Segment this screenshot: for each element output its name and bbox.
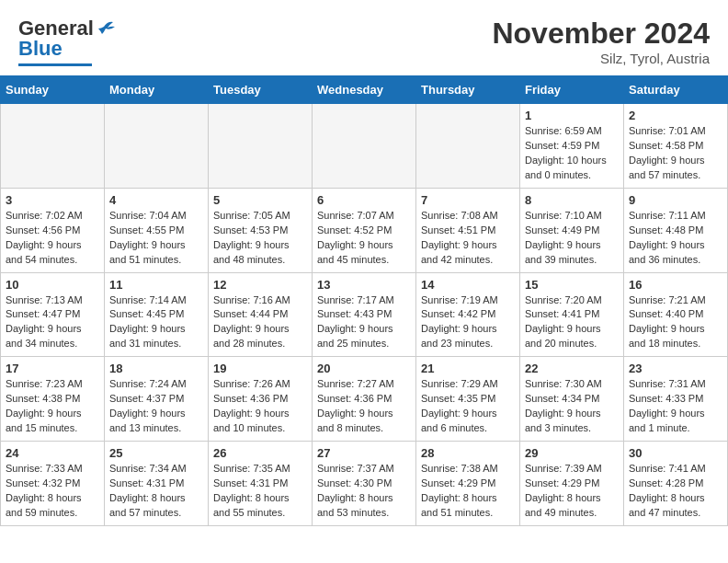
day-info: Sunrise: 7:31 AM Sunset: 4:33 PM Dayligh… [629, 377, 722, 436]
day-cell: 30Sunrise: 7:41 AM Sunset: 4:28 PM Dayli… [624, 442, 728, 526]
day-number: 21 [421, 362, 515, 375]
weekday-header-friday: Friday [520, 76, 624, 104]
day-info: Sunrise: 7:14 AM Sunset: 4:45 PM Dayligh… [109, 293, 203, 352]
day-info: Sunrise: 7:39 AM Sunset: 4:29 PM Dayligh… [525, 462, 619, 521]
day-cell: 9Sunrise: 7:11 AM Sunset: 4:48 PM Daylig… [624, 188, 728, 272]
day-number: 9 [629, 193, 722, 207]
day-number: 13 [317, 278, 411, 292]
day-number: 26 [213, 446, 307, 460]
day-info: Sunrise: 7:10 AM Sunset: 4:49 PM Dayligh… [525, 209, 619, 268]
day-info: Sunrise: 7:37 AM Sunset: 4:30 PM Dayligh… [317, 462, 411, 521]
day-number: 7 [421, 193, 515, 207]
day-number: 16 [629, 278, 722, 292]
logo: General Blue [18, 17, 115, 66]
day-info: Sunrise: 7:13 AM Sunset: 4:47 PM Dayligh… [6, 293, 99, 352]
day-number: 4 [109, 193, 203, 207]
day-info: Sunrise: 7:07 AM Sunset: 4:52 PM Dayligh… [317, 209, 411, 268]
weekday-header-tuesday: Tuesday [209, 76, 313, 104]
day-info: Sunrise: 7:02 AM Sunset: 4:56 PM Dayligh… [6, 209, 99, 268]
day-number: 19 [213, 362, 307, 375]
day-cell: 27Sunrise: 7:37 AM Sunset: 4:30 PM Dayli… [313, 442, 416, 526]
day-cell: 22Sunrise: 7:30 AM Sunset: 4:34 PM Dayli… [520, 357, 624, 442]
weekday-header-thursday: Thursday [416, 76, 520, 104]
weekday-header-saturday: Saturday [624, 76, 728, 104]
day-cell [105, 104, 209, 189]
day-info: Sunrise: 7:38 AM Sunset: 4:29 PM Dayligh… [421, 462, 515, 521]
day-number: 15 [525, 278, 619, 292]
day-cell: 1Sunrise: 6:59 AM Sunset: 4:59 PM Daylig… [520, 104, 624, 189]
day-number: 18 [109, 362, 203, 375]
day-number: 2 [629, 109, 722, 122]
day-info: Sunrise: 7:08 AM Sunset: 4:51 PM Dayligh… [421, 209, 515, 268]
day-cell: 4Sunrise: 7:04 AM Sunset: 4:55 PM Daylig… [105, 188, 209, 272]
day-cell: 20Sunrise: 7:27 AM Sunset: 4:36 PM Dayli… [313, 357, 416, 442]
day-number: 10 [6, 278, 99, 292]
day-cell: 19Sunrise: 7:26 AM Sunset: 4:36 PM Dayli… [209, 357, 313, 442]
day-info: Sunrise: 7:27 AM Sunset: 4:36 PM Dayligh… [317, 377, 411, 436]
day-number: 20 [317, 362, 411, 375]
day-number: 23 [629, 362, 722, 375]
day-info: Sunrise: 6:59 AM Sunset: 4:59 PM Dayligh… [525, 124, 619, 183]
day-cell: 5Sunrise: 7:05 AM Sunset: 4:53 PM Daylig… [209, 188, 313, 272]
day-cell: 10Sunrise: 7:13 AM Sunset: 4:47 PM Dayli… [1, 272, 105, 357]
day-cell: 25Sunrise: 7:34 AM Sunset: 4:31 PM Dayli… [105, 442, 209, 526]
day-cell: 11Sunrise: 7:14 AM Sunset: 4:45 PM Dayli… [105, 272, 209, 357]
day-info: Sunrise: 7:04 AM Sunset: 4:55 PM Dayligh… [109, 209, 203, 268]
weekday-header-row: SundayMondayTuesdayWednesdayThursdayFrid… [1, 76, 728, 104]
weekday-header-wednesday: Wednesday [313, 76, 416, 104]
day-info: Sunrise: 7:20 AM Sunset: 4:41 PM Dayligh… [525, 293, 619, 352]
week-row-4: 17Sunrise: 7:23 AM Sunset: 4:38 PM Dayli… [1, 357, 728, 442]
day-cell: 16Sunrise: 7:21 AM Sunset: 4:40 PM Dayli… [624, 272, 728, 357]
day-info: Sunrise: 7:41 AM Sunset: 4:28 PM Dayligh… [629, 462, 722, 521]
day-cell: 28Sunrise: 7:38 AM Sunset: 4:29 PM Dayli… [416, 442, 520, 526]
day-cell: 21Sunrise: 7:29 AM Sunset: 4:35 PM Dayli… [416, 357, 520, 442]
day-cell [1, 104, 105, 189]
day-info: Sunrise: 7:11 AM Sunset: 4:48 PM Dayligh… [629, 209, 722, 268]
day-info: Sunrise: 7:16 AM Sunset: 4:44 PM Dayligh… [213, 293, 307, 352]
day-cell: 17Sunrise: 7:23 AM Sunset: 4:38 PM Dayli… [1, 357, 105, 442]
day-info: Sunrise: 7:19 AM Sunset: 4:42 PM Dayligh… [421, 293, 515, 352]
day-number: 17 [6, 362, 99, 375]
day-number: 12 [213, 278, 307, 292]
day-info: Sunrise: 7:17 AM Sunset: 4:43 PM Dayligh… [317, 293, 411, 352]
day-cell: 7Sunrise: 7:08 AM Sunset: 4:51 PM Daylig… [416, 188, 520, 272]
day-number: 25 [109, 446, 203, 460]
title-block: November 2024 Silz, Tyrol, Austria [492, 17, 710, 66]
day-info: Sunrise: 7:33 AM Sunset: 4:32 PM Dayligh… [6, 462, 99, 521]
header: General Blue November 2024 Silz, Tyrol, … [0, 0, 728, 75]
day-info: Sunrise: 7:34 AM Sunset: 4:31 PM Dayligh… [109, 462, 203, 521]
day-cell: 13Sunrise: 7:17 AM Sunset: 4:43 PM Dayli… [313, 272, 416, 357]
day-number: 24 [6, 446, 99, 460]
weekday-header-sunday: Sunday [1, 76, 105, 104]
day-cell: 6Sunrise: 7:07 AM Sunset: 4:52 PM Daylig… [313, 188, 416, 272]
day-info: Sunrise: 7:01 AM Sunset: 4:58 PM Dayligh… [629, 124, 722, 183]
day-number: 14 [421, 278, 515, 292]
day-cell: 18Sunrise: 7:24 AM Sunset: 4:37 PM Dayli… [105, 357, 209, 442]
day-number: 30 [629, 446, 722, 460]
month-year: November 2024 [492, 17, 710, 51]
day-info: Sunrise: 7:26 AM Sunset: 4:36 PM Dayligh… [213, 377, 307, 436]
day-info: Sunrise: 7:05 AM Sunset: 4:53 PM Dayligh… [213, 209, 307, 268]
day-cell: 24Sunrise: 7:33 AM Sunset: 4:32 PM Dayli… [1, 442, 105, 526]
weekday-header-monday: Monday [105, 76, 209, 104]
day-number: 11 [109, 278, 203, 292]
day-number: 27 [317, 446, 411, 460]
day-cell: 12Sunrise: 7:16 AM Sunset: 4:44 PM Dayli… [209, 272, 313, 357]
calendar: SundayMondayTuesdayWednesdayThursdayFrid… [0, 75, 728, 526]
day-number: 3 [6, 193, 99, 207]
day-number: 22 [525, 362, 619, 375]
day-info: Sunrise: 7:30 AM Sunset: 4:34 PM Dayligh… [525, 377, 619, 436]
day-info: Sunrise: 7:21 AM Sunset: 4:40 PM Dayligh… [629, 293, 722, 352]
day-number: 6 [317, 193, 411, 207]
day-info: Sunrise: 7:24 AM Sunset: 4:37 PM Dayligh… [109, 377, 203, 436]
day-info: Sunrise: 7:29 AM Sunset: 4:35 PM Dayligh… [421, 377, 515, 436]
day-cell [416, 104, 520, 189]
week-row-2: 3Sunrise: 7:02 AM Sunset: 4:56 PM Daylig… [1, 188, 728, 272]
week-row-5: 24Sunrise: 7:33 AM Sunset: 4:32 PM Dayli… [1, 442, 728, 526]
week-row-3: 10Sunrise: 7:13 AM Sunset: 4:47 PM Dayli… [1, 272, 728, 357]
day-info: Sunrise: 7:23 AM Sunset: 4:38 PM Dayligh… [6, 377, 99, 436]
day-cell: 14Sunrise: 7:19 AM Sunset: 4:42 PM Dayli… [416, 272, 520, 357]
day-cell: 26Sunrise: 7:35 AM Sunset: 4:31 PM Dayli… [209, 442, 313, 526]
day-cell: 29Sunrise: 7:39 AM Sunset: 4:29 PM Dayli… [520, 442, 624, 526]
logo-line [18, 63, 92, 66]
